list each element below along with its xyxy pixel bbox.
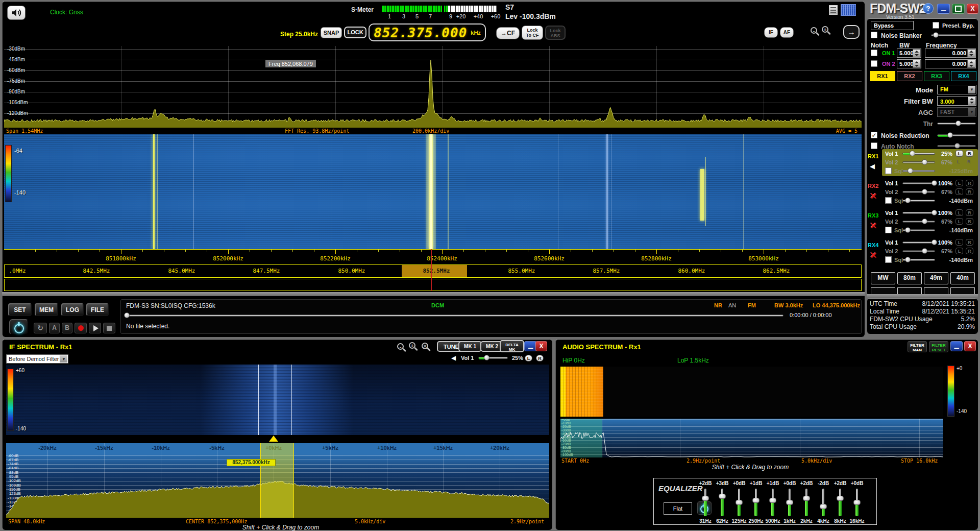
- band-cell[interactable]: 862.5MHz: [748, 268, 804, 274]
- log-button[interactable]: LOG: [61, 303, 84, 316]
- power-button[interactable]: [9, 319, 29, 335]
- eq-flat-button[interactable]: Flat: [664, 502, 692, 515]
- muted-speaker-icon[interactable]: ✕: [870, 221, 877, 231]
- active-speaker-icon[interactable]: ◀: [870, 162, 875, 170]
- if-view-button[interactable]: IF: [764, 27, 778, 38]
- left-channel-button[interactable]: L: [955, 248, 963, 254]
- lock-button[interactable]: LOCK: [344, 27, 366, 38]
- vol-slider[interactable]: [902, 242, 935, 244]
- if-lower-spectrum[interactable]: -20kHz-15kHz-10kHz-5kHz+0kHz+5kHz+10kHz+…: [6, 443, 549, 518]
- eq-slider-knob[interactable]: [853, 500, 861, 505]
- right-channel-button[interactable]: R: [966, 218, 973, 225]
- right-channel-button[interactable]: R: [966, 188, 973, 195]
- stop-button[interactable]: [103, 323, 115, 333]
- cascade-icon[interactable]: [829, 5, 838, 15]
- if-zoom-in-icon[interactable]: +: [409, 342, 415, 349]
- vol-slider[interactable]: [902, 221, 935, 223]
- noise-reduction-knob[interactable]: [947, 132, 953, 138]
- help-button[interactable]: ?: [923, 3, 934, 14]
- audio-waterfall[interactable]: [560, 367, 943, 417]
- band-button-partial[interactable]: [950, 287, 975, 294]
- vol-knob[interactable]: [910, 151, 915, 156]
- muted-speaker-icon[interactable]: ✕: [870, 191, 877, 202]
- tab-rx2[interactable]: RX2: [897, 71, 922, 81]
- minimize-button[interactable]: ▁: [937, 4, 950, 14]
- eq-slider-knob[interactable]: [786, 500, 793, 505]
- snap-button[interactable]: SNAP: [321, 27, 342, 38]
- right-channel-button[interactable]: R: [966, 150, 973, 157]
- mode-dropdown[interactable]: FM ▼: [937, 85, 976, 94]
- notch1-checkbox[interactable]: [871, 50, 877, 56]
- left-channel-button[interactable]: L: [955, 218, 963, 225]
- band-button-partial[interactable]: [897, 287, 922, 294]
- band-button-80m[interactable]: 80m: [897, 272, 922, 284]
- frequency-display[interactable]: 852.375.000 kHz: [369, 23, 486, 41]
- left-channel-button[interactable]: L: [955, 239, 963, 246]
- close-button[interactable]: X: [967, 4, 978, 14]
- if-vol1-knob[interactable]: [484, 355, 489, 360]
- if-zoom-out-icon[interactable]: -: [397, 343, 404, 350]
- to-cf-button[interactable]: →CF: [496, 27, 520, 39]
- band-cell[interactable]: 852.5MHz: [408, 268, 464, 274]
- noise-blanker-checkbox[interactable]: [871, 32, 877, 38]
- preselector-dropdown[interactable]: Bypass: [871, 21, 914, 30]
- marker-b-button[interactable]: B: [62, 323, 72, 333]
- delta-mk-button[interactable]: DELTA MK: [500, 340, 524, 352]
- set-button[interactable]: SET: [8, 303, 32, 316]
- right-channel-button[interactable]: R: [966, 180, 973, 186]
- band-button-partial[interactable]: [924, 287, 948, 294]
- if-passband-highlight[interactable]: [260, 443, 294, 518]
- band-cell[interactable]: 860.0MHz: [664, 268, 720, 274]
- vol-slider[interactable]: [902, 212, 935, 214]
- lock-to-cf-button[interactable]: Lock To CF: [522, 26, 543, 40]
- vol-knob[interactable]: [922, 248, 927, 254]
- memory-bar[interactable]: [4, 279, 862, 291]
- maximize-button[interactable]: [952, 4, 965, 14]
- filter-bw-spinner[interactable]: 3.000: [937, 96, 976, 106]
- main-waterfall[interactable]: -64-140: [4, 134, 862, 249]
- playback-slider-knob[interactable]: [124, 312, 130, 318]
- auto-notch-checkbox[interactable]: [871, 142, 877, 149]
- sql-knob[interactable]: [905, 227, 911, 233]
- playback-slider[interactable]: [125, 315, 783, 317]
- vol-knob[interactable]: [922, 219, 927, 224]
- eq-slider-track[interactable]: [822, 489, 824, 506]
- left-channel-button[interactable]: L: [955, 150, 963, 157]
- audio-close-button[interactable]: X: [964, 341, 976, 351]
- tab-rx4[interactable]: RX4: [951, 71, 976, 81]
- muted-speaker-icon[interactable]: ✕: [870, 250, 877, 261]
- filter-man-button[interactable]: FILTER MAN: [908, 341, 927, 352]
- zoom-out-icon[interactable]: -: [811, 27, 817, 34]
- notch1-bw-spinner[interactable]: 5.000: [897, 49, 921, 58]
- notch2-freq-spinner[interactable]: 0.000: [925, 59, 976, 68]
- if-filter-dropdown[interactable]: Before Demod Filter ▼: [6, 354, 68, 364]
- eq-slider-knob[interactable]: [769, 498, 776, 503]
- noise-blanker-knob[interactable]: [933, 32, 939, 38]
- sql-checkbox[interactable]: [885, 167, 892, 174]
- threshold-knob[interactable]: [955, 120, 961, 126]
- eq-slider-knob[interactable]: [803, 496, 810, 501]
- mute-button[interactable]: [7, 6, 26, 20]
- band-cell[interactable]: 855.0MHz: [494, 268, 550, 274]
- file-button[interactable]: FILE: [86, 303, 109, 316]
- eq-slider-knob[interactable]: [736, 500, 743, 505]
- if-left-button[interactable]: L: [525, 355, 532, 361]
- tab-rx1[interactable]: RX1: [870, 71, 895, 81]
- tab-rx3[interactable]: RX3: [924, 71, 949, 81]
- notch1-freq-spinner[interactable]: 0.000: [925, 49, 976, 58]
- vol-slider[interactable]: [902, 191, 935, 193]
- notch2-bw-spinner[interactable]: 5.000: [897, 59, 921, 68]
- vol-knob[interactable]: [922, 189, 927, 195]
- auto-notch-knob[interactable]: [954, 143, 960, 149]
- band-cell[interactable]: .0MHz: [4, 268, 45, 274]
- eq-slider-knob[interactable]: [702, 496, 709, 501]
- eq-slider-knob[interactable]: [719, 494, 726, 499]
- palette-grid-icon[interactable]: [841, 4, 856, 16]
- vol-slider[interactable]: [902, 182, 935, 184]
- left-channel-button[interactable]: L: [955, 209, 963, 216]
- eq-slider-knob[interactable]: [820, 504, 827, 509]
- sql-knob[interactable]: [905, 198, 911, 203]
- sql-knob[interactable]: [905, 257, 911, 262]
- record-button[interactable]: [75, 323, 87, 333]
- eq-slider-knob[interactable]: [752, 498, 760, 503]
